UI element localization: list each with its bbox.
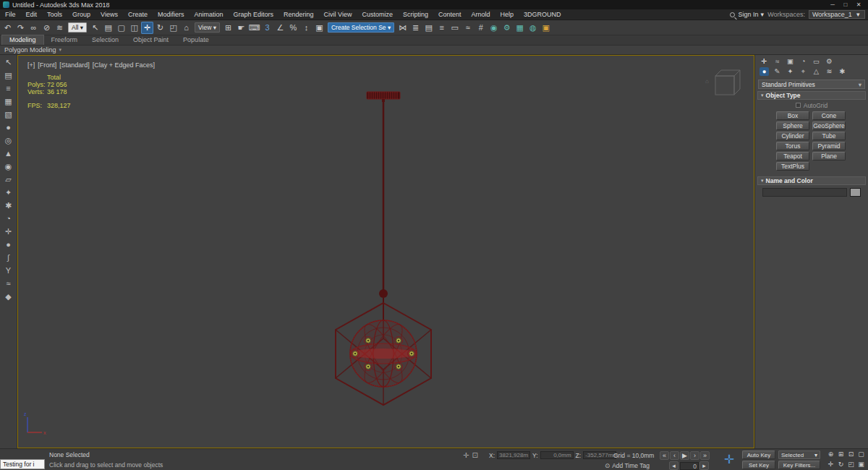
help-menu[interactable]: Help	[495, 9, 519, 20]
viewport-menu-general[interactable]: [+]	[27, 61, 35, 69]
z-coordinate-field[interactable]: -352,577mm	[583, 451, 616, 459]
civil-view-menu[interactable]: Civil View	[319, 9, 357, 20]
edit-menu[interactable]: Edit	[21, 9, 43, 20]
maximize-button[interactable]: □	[839, 1, 852, 8]
gizmo-icon[interactable]: ◆	[2, 291, 15, 302]
tab-selection[interactable]: Selection	[85, 35, 126, 45]
lights-subtab[interactable]: ✦	[786, 67, 795, 76]
create-tab[interactable]: ✛	[760, 57, 769, 66]
minimize-button[interactable]: ─	[826, 1, 839, 8]
select-and-scale-icon[interactable]: ◰	[167, 22, 179, 34]
go-to-end-button[interactable]: »	[700, 451, 710, 460]
shapes-subtab[interactable]: ✎	[773, 67, 782, 76]
fluid-icon[interactable]: ≈	[2, 278, 15, 289]
auto-key-button[interactable]: Auto Key	[742, 450, 775, 459]
orbit-icon[interactable]: ↻	[836, 460, 846, 469]
edit-named-selections-icon[interactable]: ▣	[313, 22, 326, 34]
systems-subtab[interactable]: ✱	[838, 67, 847, 76]
workspace-dropdown[interactable]: Workspace_1 ▾	[809, 10, 865, 19]
transform-gizmo-icon[interactable]: ✛	[724, 451, 734, 469]
torus-button[interactable]: Torus	[776, 142, 809, 150]
render-setup-icon[interactable]: ⚙	[501, 22, 513, 34]
keyboard-override-icon[interactable]: ⌨	[248, 22, 260, 34]
select-and-manipulate-icon[interactable]: ☛	[235, 22, 247, 34]
cylinder-button[interactable]: Cylinder	[776, 132, 809, 140]
viewport-menu-pov[interactable]: [Front]	[38, 61, 56, 69]
geosphere-button[interactable]: GeoSphere	[812, 121, 846, 130]
views-menu[interactable]: Views	[95, 9, 123, 20]
cameras-subtab[interactable]: ⌖	[799, 67, 808, 76]
set-key-button[interactable]: Set Key	[742, 461, 775, 469]
zoom-all-icon[interactable]: ⊞	[836, 450, 846, 459]
sign-in-button[interactable]: Sign In ▾	[739, 11, 765, 18]
graph-editors-menu[interactable]: Graph Editors	[228, 9, 278, 20]
explorer-icon[interactable]: ▤	[2, 70, 15, 81]
use-pivot-center-icon[interactable]: ⊞	[222, 22, 234, 34]
viewport-menu-shading[interactable]: [Clay + Edged Faces]	[93, 61, 155, 69]
polygon-modeling-panel[interactable]: Polygon Modeling	[4, 46, 56, 54]
rectangular-selection-icon[interactable]: ▢	[115, 22, 127, 34]
redo-icon[interactable]: ↷	[14, 22, 27, 34]
tube-button[interactable]: Tube	[812, 132, 846, 140]
percent-snap-icon[interactable]: %	[287, 22, 299, 34]
geosphere-icon[interactable]: ●	[2, 239, 15, 250]
autogrid-checkbox[interactable]	[796, 103, 801, 108]
group-menu[interactable]: Group	[67, 9, 95, 20]
teapot-button[interactable]: Teapot	[776, 152, 809, 161]
hierarchy-tab[interactable]: ▣	[786, 57, 795, 66]
scene-explorer-toggle-icon[interactable]: ▤	[422, 22, 435, 34]
display-icon[interactable]: ▦	[2, 96, 15, 107]
light-icon[interactable]: ✦	[2, 187, 15, 198]
zoom-icon[interactable]: ⊕	[826, 450, 835, 459]
next-frame-button[interactable]: ›	[690, 451, 699, 460]
selection-lock-icon[interactable]: ⊡	[472, 451, 477, 459]
align-icon[interactable]: ≣	[409, 22, 422, 34]
box-primitive-icon[interactable]: ▧	[2, 109, 15, 120]
biped-icon[interactable]: Y	[2, 265, 15, 276]
pan-icon[interactable]: ✛	[826, 460, 835, 469]
utilities-tab[interactable]: ⚙	[825, 57, 834, 66]
go-to-start-button[interactable]: «	[660, 451, 669, 460]
select-and-rotate-icon[interactable]: ↻	[154, 22, 166, 34]
previous-frame-button[interactable]: ‹	[670, 451, 679, 460]
reference-coordinate-dropdown[interactable]: View ▾	[195, 22, 220, 33]
object-name-field[interactable]	[762, 188, 847, 197]
sun-light-icon[interactable]: ✱	[2, 200, 15, 211]
scripting-menu[interactable]: Scripting	[398, 9, 433, 20]
animation-menu[interactable]: Animation	[189, 9, 228, 20]
name-color-rollout-header[interactable]: ▾ Name and Color	[757, 176, 866, 185]
curve-editor-icon[interactable]: ≈	[461, 22, 474, 34]
material-editor-icon[interactable]: ◉	[488, 22, 500, 34]
select-tool-icon[interactable]: ↖	[2, 57, 15, 68]
select-object-icon[interactable]: ↖	[89, 22, 101, 34]
content-menu[interactable]: Content	[433, 9, 467, 20]
chandelier-model[interactable]	[336, 92, 431, 405]
select-and-link-icon[interactable]: ∞	[27, 22, 40, 34]
helpers-subtab[interactable]: △	[812, 67, 821, 76]
x-coordinate-field[interactable]: 3821,928m	[497, 451, 530, 459]
render-in-cloud-icon[interactable]: ▣	[540, 22, 552, 34]
viewcube[interactable]: ⌂	[705, 70, 740, 95]
teapot-primitive-icon[interactable]: ◉	[2, 161, 15, 172]
snaps-toggle-icon[interactable]: 3	[261, 22, 273, 34]
viewport-config-icon[interactable]: ▣	[856, 460, 866, 469]
pyramid-button[interactable]: Pyramid	[812, 142, 846, 150]
cone-primitive-icon[interactable]: ▲	[2, 148, 15, 159]
bind-to-space-warp-icon[interactable]: ≋	[54, 22, 66, 34]
close-button[interactable]: ✕	[852, 1, 865, 8]
modify-tab[interactable]: ≈	[773, 57, 782, 66]
select-by-name-icon[interactable]: ▤	[102, 22, 114, 34]
helpers-icon[interactable]: ✛	[2, 226, 15, 237]
spacewarps-subtab[interactable]: ≋	[825, 67, 834, 76]
sphere-primitive-icon[interactable]: ●	[2, 122, 15, 133]
mirror-icon[interactable]: ⋈	[396, 22, 409, 34]
plane-button[interactable]: Plane	[812, 152, 846, 161]
primitive-category-dropdown[interactable]: Standard Primitives ▾	[758, 80, 865, 89]
ribbon-toggle-icon[interactable]: ▭	[448, 22, 461, 34]
3dground-menu[interactable]: 3DGROUND	[519, 9, 566, 20]
y-coordinate-field[interactable]: 0,0mm	[540, 451, 574, 459]
render-production-icon[interactable]: ◍	[527, 22, 539, 34]
current-frame-field[interactable]: 0	[680, 462, 699, 470]
zoom-extents-icon[interactable]: ⊡	[846, 450, 856, 459]
window-crossing-icon[interactable]: ◫	[128, 22, 140, 34]
